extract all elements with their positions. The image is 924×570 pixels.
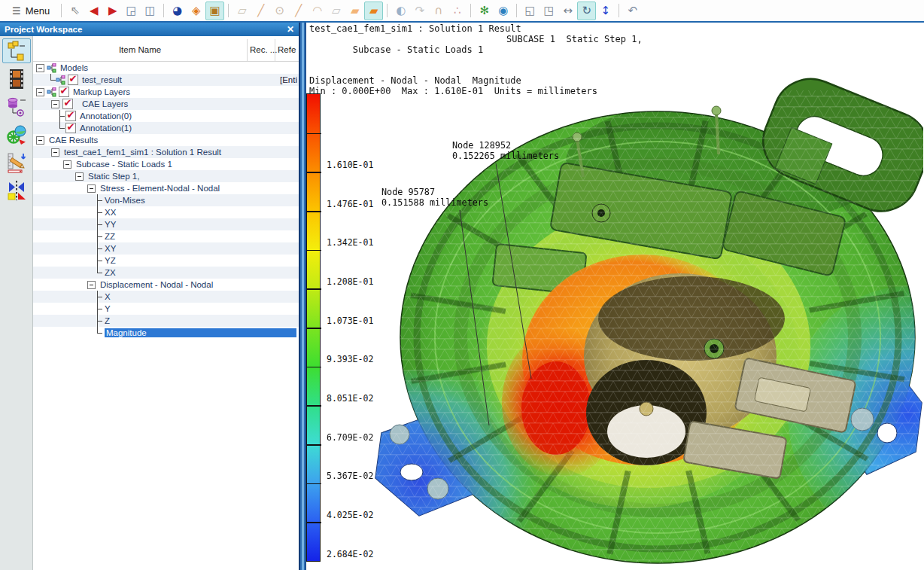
assembly-navigator-icon[interactable] <box>2 38 31 63</box>
legend-tick <box>307 405 321 407</box>
circle-tool-icon[interactable]: ⊙ <box>270 2 289 20</box>
panel-title-bar[interactable]: Project Workspace ✕ <box>0 23 299 36</box>
tree-row[interactable]: Static Step 1, <box>33 170 299 182</box>
tree-expander-icon[interactable] <box>75 172 84 181</box>
spline-points-icon[interactable]: ∴ <box>448 2 467 20</box>
close-icon[interactable]: ✕ <box>287 24 294 35</box>
display-mode-icon[interactable]: ◕ <box>168 2 187 20</box>
mirror-display-icon[interactable] <box>2 178 31 203</box>
panel-splitter[interactable] <box>299 23 306 570</box>
tree-expander-icon[interactable] <box>36 136 44 145</box>
legend-color-bar <box>306 93 321 562</box>
column-ref[interactable]: Refe <box>278 45 296 54</box>
checkbox-checked-icon[interactable]: ✔ <box>65 111 76 121</box>
node-annotation: Node 1289520.152265 millimeters <box>452 141 559 161</box>
fit-view-icon[interactable]: ◳ <box>540 2 558 20</box>
checkbox-checked-icon[interactable]: ✔ <box>68 75 78 85</box>
view-cube-icon[interactable]: ▣ <box>205 2 224 20</box>
legend-value: 2.684E-02 <box>327 549 373 559</box>
menu-button[interactable]: ☰ Menu <box>5 2 57 20</box>
legend-value: 1.342E-01 <box>327 237 373 248</box>
result-header: test_cae1_fem1_sim1 : Solution 1 Result … <box>309 24 597 97</box>
hamburger-icon: ☰ <box>12 5 21 17</box>
tree-item-label: ZZ <box>105 232 115 241</box>
toolbar-separator <box>387 4 388 17</box>
tree-expander-icon[interactable] <box>63 160 71 169</box>
column-item-name[interactable]: Item Name <box>33 45 247 54</box>
tree-item-label: Static Step 1, <box>88 172 139 181</box>
tree-row[interactable]: Subcase - Static Loads 1 <box>33 158 299 170</box>
tree-row[interactable]: ✔Annotation(1) <box>33 122 299 134</box>
tree-expander-icon[interactable] <box>36 88 44 96</box>
tree-row[interactable]: YY <box>33 218 299 230</box>
model-history-icon[interactable] <box>2 94 31 119</box>
tree-row[interactable]: test_cae1_fem1_sim1 : Solution 1 Result <box>33 146 299 158</box>
markup-tool-icon[interactable] <box>2 150 31 175</box>
tree-row[interactable]: Models <box>33 62 299 74</box>
arc-curve-icon[interactable]: ∩ <box>429 2 448 20</box>
sheet-body-icon[interactable]: ▱ <box>327 2 345 20</box>
tree-row[interactable]: Y <box>33 303 299 315</box>
tree-row[interactable]: Magnitude <box>33 327 299 339</box>
arc-tool-icon[interactable]: ◠ <box>308 2 327 20</box>
project-workspace-panel: Project Workspace ✕ <box>0 23 299 570</box>
pad-body-icon[interactable]: ▰ <box>345 2 364 20</box>
tree-row[interactable]: XX <box>33 206 299 218</box>
tree-row[interactable]: ✔Annotation(0) <box>33 110 299 122</box>
tree-row[interactable]: Stress - Element-Nodal - Nodal <box>33 182 299 194</box>
tree-row[interactable]: Von-Mises <box>33 194 299 206</box>
tree-row[interactable]: ✔CAE Layers <box>33 98 299 110</box>
animation-icon[interactable] <box>2 66 31 91</box>
fea-model-canvas[interactable] <box>306 23 923 570</box>
diagonal-tool-icon[interactable]: ╱ <box>289 2 308 20</box>
tree-node-icon <box>47 63 57 73</box>
session-display-icon[interactable] <box>2 122 31 147</box>
legend-value: 8.051E-02 <box>327 393 373 404</box>
undo-icon[interactable]: ↶ <box>623 2 642 20</box>
solid-block-icon[interactable]: ▰ <box>364 2 383 20</box>
next-page-icon[interactable]: ▶ <box>103 2 122 20</box>
tree-row[interactable]: ✔test_result[Enti <box>33 74 299 86</box>
rotate-view-icon[interactable]: ↻ <box>577 2 596 20</box>
tree-expander-icon[interactable] <box>51 100 59 108</box>
tree-row[interactable]: YZ <box>33 255 299 267</box>
legend-value: 5.367E-02 <box>327 471 373 481</box>
tree-expander-icon[interactable] <box>87 281 96 289</box>
tree-row[interactable]: XY <box>33 242 299 255</box>
checkbox-checked-icon[interactable]: ✔ <box>59 87 69 97</box>
tree-row[interactable]: ✔Markup Layers <box>33 86 299 98</box>
tree-column-header[interactable]: Item Name Rec. ... Refe <box>33 36 299 62</box>
select-arrow-icon[interactable]: ⇖ <box>65 2 84 20</box>
tree-row[interactable]: Z <box>33 315 299 327</box>
panel-icon-strip <box>0 36 33 570</box>
tools-display-icon[interactable]: ✻ <box>475 2 494 20</box>
fit-width-icon[interactable]: ↔ <box>558 2 577 20</box>
result-subcase-line: Subcase - Static Loads 1 SUBCASE 1 Stati… <box>309 35 597 76</box>
graphics-viewport[interactable]: test_cae1_fem1_sim1 : Solution 1 Result … <box>306 23 924 570</box>
line-tool-icon[interactable]: ╱ <box>251 2 270 20</box>
legend-tick <box>307 522 321 523</box>
orient-view-icon[interactable]: ◈ <box>187 2 205 20</box>
tree-expander-icon[interactable] <box>87 184 96 193</box>
zoom-in-out-icon[interactable]: ↕ <box>596 2 615 20</box>
section-view-icon[interactable]: ◐ <box>391 2 410 20</box>
previous-page-icon[interactable]: ◀ <box>84 2 103 20</box>
tree-row[interactable]: ZX <box>33 267 299 279</box>
tree-row[interactable]: ZZ <box>33 230 299 242</box>
legend-tick <box>307 211 321 212</box>
tree-expander-icon[interactable] <box>51 148 59 157</box>
globe-icon[interactable]: ◉ <box>494 2 512 20</box>
tree-rows: Models✔test_result[Enti✔Markup Layers✔CA… <box>33 62 299 339</box>
tree-row[interactable]: X <box>33 291 299 303</box>
zoom-region-icon[interactable]: ◲ <box>122 2 141 20</box>
tree-row[interactable]: Displacement - Nodal - Nodal <box>33 279 299 291</box>
datum-plane-icon[interactable]: ▱ <box>233 2 251 20</box>
tree-row[interactable]: CAE Results <box>33 134 299 146</box>
checkbox-checked-icon[interactable]: ✔ <box>65 123 76 133</box>
checkbox-checked-icon[interactable]: ✔ <box>62 99 73 109</box>
window-zoom-icon[interactable]: ◱ <box>521 2 540 20</box>
bridge-curve-icon[interactable]: ↷ <box>410 2 429 20</box>
column-rec[interactable]: Rec. ... <box>250 45 277 54</box>
find-icon[interactable]: ◫ <box>141 2 160 20</box>
tree-expander-icon[interactable] <box>36 64 44 72</box>
